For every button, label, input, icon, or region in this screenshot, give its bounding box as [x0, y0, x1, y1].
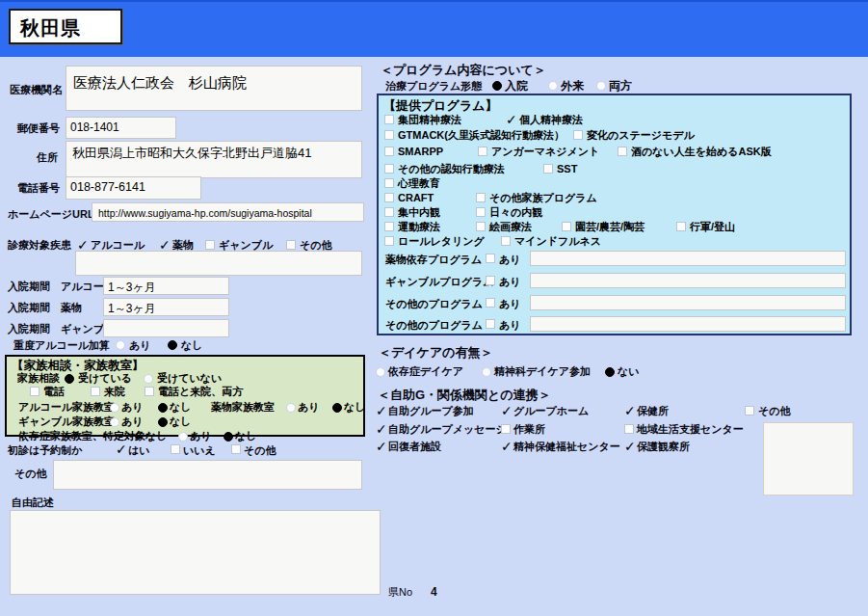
program-checkbox-other-family[interactable]: [476, 193, 486, 202]
gamble-class-nashi-label: なし: [170, 416, 192, 427]
cooperation-other-note[interactable]: [763, 422, 854, 495]
other-program2-input[interactable]: [530, 316, 846, 332]
program-checkbox-ask[interactable]: [618, 147, 627, 156]
form-inpatient-radio[interactable]: [492, 81, 502, 91]
program-label: SST: [557, 164, 577, 174]
alcohol-class-nashi-radio[interactable]: [158, 403, 168, 413]
disease-other-checkbox[interactable]: [286, 240, 296, 250]
phone-label: 電話番号: [17, 183, 60, 194]
program-form-label: 治療プログラム形態: [385, 81, 482, 92]
daycare-addiction-radio[interactable]: [376, 367, 385, 377]
drug-class-nashi-radio[interactable]: [332, 403, 342, 413]
disease-gamble-checkbox[interactable]: [205, 240, 215, 250]
first-visit-other-checkbox[interactable]: [231, 444, 241, 454]
program-checkbox-sst[interactable]: [543, 164, 553, 174]
program-checkbox-gtmack[interactable]: [384, 130, 394, 140]
disease-gamble-label: ギャンブル: [219, 240, 273, 251]
general-class-nashi-radio[interactable]: [224, 432, 233, 442]
daycare-psychiatric-radio[interactable]: [482, 367, 491, 377]
form-outpatient-radio[interactable]: [548, 81, 558, 91]
gamble-program-input[interactable]: [530, 273, 846, 288]
family-box-title: 【家族相談・家族教室】: [12, 360, 145, 372]
other-input[interactable]: [53, 460, 362, 490]
coop-mental-welfare-center-checkbox[interactable]: [501, 442, 511, 451]
drug-program-input[interactable]: [530, 251, 846, 266]
program-checkbox-group-psychotherapy[interactable]: [384, 115, 394, 124]
program-label: 運動療法: [398, 222, 440, 232]
method-visit-checkbox[interactable]: [91, 387, 100, 396]
method-both-checkbox[interactable]: [145, 387, 154, 396]
daycare-none-radio[interactable]: [605, 367, 615, 377]
stay-gamble-input[interactable]: [103, 319, 229, 337]
coop-recovery-facility-checkbox[interactable]: [376, 442, 385, 451]
drug-program-ari-label: あり: [499, 254, 521, 265]
free-text-label: 自由記述: [12, 497, 54, 508]
coop-healthcenter-checkbox[interactable]: [624, 406, 634, 415]
program-checkbox-smarpp[interactable]: [384, 147, 394, 156]
program-checkbox-mindfulness[interactable]: [501, 236, 511, 246]
program-checkbox-march-climbing[interactable]: [676, 222, 686, 231]
program-label: 変化のステージモデル: [587, 130, 695, 141]
coop-selfhelp-checkbox[interactable]: [376, 406, 385, 415]
program-checkbox-gardening[interactable]: [562, 222, 571, 231]
first-visit-no-checkbox[interactable]: [171, 444, 180, 454]
family-consult-label: 家族相談: [17, 373, 60, 384]
stay-alcohol-input[interactable]: 1～3ヶ月: [103, 277, 229, 295]
general-class-ari-radio[interactable]: [178, 432, 188, 442]
coop-workshop-checkbox[interactable]: [501, 424, 511, 434]
program-checkbox-other-cbt[interactable]: [384, 164, 394, 174]
program-label: 日々の内観: [489, 207, 542, 218]
coop-community-center-checkbox[interactable]: [624, 424, 634, 434]
other-program2-ari-checkbox[interactable]: [486, 319, 495, 329]
program-checkbox-anger-management[interactable]: [478, 147, 487, 156]
form-both-radio[interactable]: [596, 81, 606, 91]
drug-class-label: 薬物家族教室: [211, 402, 275, 413]
coop-selfhelp-message-checkbox[interactable]: [376, 424, 385, 434]
free-text-area[interactable]: [10, 510, 381, 595]
first-visit-yes-checkbox[interactable]: [116, 444, 125, 454]
program-checkbox-individual-psychotherapy[interactable]: [506, 115, 515, 124]
url-input[interactable]: http://www.sugiyama-hp.com/sugiyama-hosp…: [92, 202, 364, 222]
method-phone-label: 電話: [43, 387, 65, 397]
address-input[interactable]: 秋田県潟上市昭和大久保字北野出戸道脇41: [66, 141, 362, 178]
drug-program-ari-checkbox[interactable]: [486, 254, 495, 263]
program-checkbox-psychoeducation[interactable]: [384, 178, 394, 188]
program-checkbox-daily-naikan[interactable]: [476, 207, 486, 217]
program-checkbox-craft[interactable]: [384, 193, 394, 202]
disease-alcohol-checkbox[interactable]: [77, 240, 87, 250]
disease-drug-checkbox[interactable]: [159, 240, 169, 250]
coop-grouphome-checkbox[interactable]: [501, 406, 511, 415]
program-checkbox-intensive-naikan[interactable]: [384, 207, 394, 217]
drug-program-label: 薬物依存プログラム: [385, 254, 482, 265]
first-visit-label: 初診は予約制か: [8, 445, 83, 456]
other-program1-ari-checkbox[interactable]: [486, 298, 495, 308]
program-checkbox-exercise[interactable]: [384, 222, 394, 231]
pref-no-label: 県No: [388, 587, 412, 598]
gamble-program-ari-label: あり: [499, 277, 521, 287]
coop-label: 作業所: [513, 424, 545, 435]
stay-drug-input[interactable]: 1～3ヶ月: [103, 298, 229, 316]
program-checkbox-stage-model[interactable]: [573, 130, 583, 140]
general-class-label: 依存症家族教室、特定対象なし: [18, 431, 168, 442]
consult-yes-radio[interactable]: [65, 374, 74, 384]
diseases-note-input[interactable]: [75, 251, 362, 276]
other-program1-input[interactable]: [530, 295, 846, 310]
method-phone-checkbox[interactable]: [30, 387, 39, 396]
drug-class-ari-radio[interactable]: [286, 403, 296, 413]
coop-other-checkbox[interactable]: [745, 406, 754, 415]
gamble-class-ari-radio[interactable]: [110, 417, 119, 427]
postal-label: 郵便番号: [17, 123, 60, 134]
gamble-program-ari-checkbox[interactable]: [486, 276, 495, 285]
postal-input[interactable]: 018-1401: [66, 117, 176, 139]
program-checkbox-painting[interactable]: [476, 222, 486, 231]
url-label: ホームページURL: [8, 209, 94, 220]
severe-ari-radio[interactable]: [116, 340, 125, 350]
institution-input[interactable]: 医療法人仁政会 杉山病院: [66, 66, 362, 111]
severe-nashi-radio[interactable]: [168, 340, 177, 350]
coop-probation-office-checkbox[interactable]: [624, 442, 634, 451]
alcohol-class-ari-radio[interactable]: [110, 403, 119, 413]
consult-no-radio[interactable]: [144, 374, 153, 384]
phone-input[interactable]: 018-877-6141: [66, 176, 201, 200]
program-checkbox-role-lettering[interactable]: [384, 236, 394, 246]
gamble-class-nashi-radio[interactable]: [158, 417, 168, 427]
